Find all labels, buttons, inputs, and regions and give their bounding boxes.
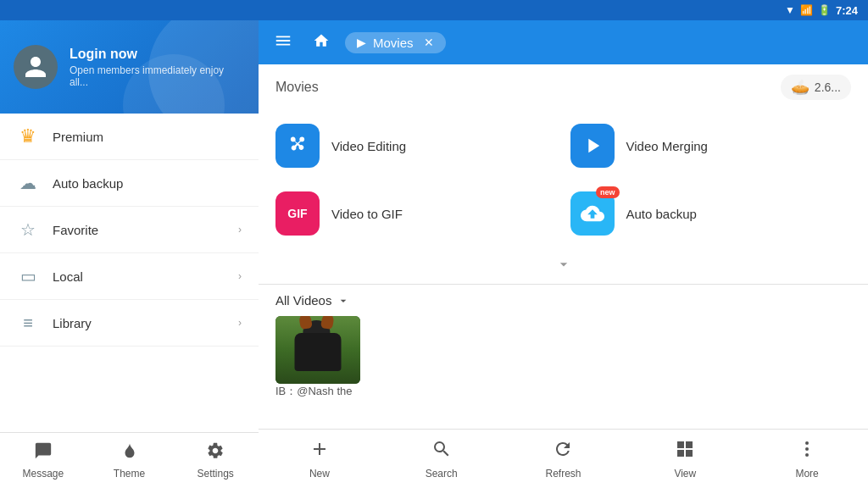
- video-caption: IB：@Nash the: [275, 384, 360, 399]
- message-icon: [34, 441, 53, 464]
- search-label: Search: [426, 468, 458, 480]
- chevron-right-icon: ›: [238, 270, 242, 282]
- feature-video-to-gif[interactable]: GIF Video to GIF: [275, 186, 557, 241]
- video-info: IB：@Nash the: [275, 384, 360, 399]
- video-to-gif-label: Video to GIF: [331, 207, 403, 221]
- cloud-upload-icon: [581, 202, 604, 225]
- search-button[interactable]: Search: [381, 430, 503, 488]
- pie-chart-icon: 🥧: [791, 78, 810, 97]
- auto-backup-label: Auto backup: [626, 207, 697, 221]
- sidebar-tab-message[interactable]: Message: [0, 433, 86, 488]
- home-button[interactable]: [306, 29, 337, 56]
- layers-icon: ≡: [17, 312, 39, 334]
- refresh-label: Refresh: [545, 468, 581, 480]
- sidebar-item-label: Local: [53, 269, 225, 284]
- battery-icon: 🔋: [818, 4, 831, 16]
- features-grid: Video Editing Video Merging GIF: [259, 110, 868, 249]
- sidebar-item-favorite[interactable]: ☆ Favorite ›: [0, 207, 259, 253]
- search-icon: [431, 439, 452, 464]
- video-item[interactable]: IB：@Nash the: [275, 316, 360, 399]
- new-badge: new: [596, 186, 620, 198]
- storage-text: 2.6...: [815, 80, 841, 94]
- feature-video-editing[interactable]: Video Editing: [275, 119, 557, 173]
- movies-title: Movies: [275, 80, 319, 95]
- new-icon: [309, 439, 330, 464]
- sidebar-nav: ♛ Premium ☁ Auto backup ☆ Favorite › ▭ L…: [0, 114, 259, 432]
- dropdown-chevron-icon: [337, 294, 350, 308]
- chevron-right-icon: ›: [238, 224, 242, 236]
- feature-auto-backup[interactable]: new Auto backup: [570, 186, 852, 241]
- svg-point-0: [805, 441, 809, 445]
- video-grid: IB：@Nash the: [259, 316, 868, 408]
- video-merging-label: Video Merging: [626, 139, 708, 153]
- tab-label: Movies: [373, 36, 414, 50]
- chevron-down-icon: [555, 256, 572, 273]
- play-icon: ▶: [357, 36, 366, 49]
- theme-tab-label: Theme: [114, 468, 145, 480]
- video-thumbnail: [275, 316, 360, 384]
- settings-tab-label: Settings: [198, 468, 234, 480]
- theme-icon: [120, 441, 139, 464]
- sidebar-item-label: Library: [53, 316, 225, 330]
- more-icon: [797, 439, 817, 464]
- sidebar-tab-theme[interactable]: Theme: [86, 433, 173, 488]
- sidebar-bottom-tabs: Message Theme Settings: [0, 432, 259, 488]
- sidebar-item-premium[interactable]: ♛ Premium: [0, 114, 259, 160]
- gif-text-icon: GIF: [287, 207, 307, 220]
- content-header: ▶ Movies ✕: [259, 20, 868, 64]
- sidebar-item-label: Auto backup: [53, 176, 242, 191]
- signal-icon: 📶: [800, 4, 813, 16]
- phone-icon: ▭: [17, 265, 39, 287]
- view-button[interactable]: View: [624, 430, 746, 488]
- all-videos-label: All Videos: [275, 293, 331, 308]
- video-editing-label: Video Editing: [331, 139, 406, 153]
- more-label: More: [795, 468, 818, 480]
- sidebar-item-autobackup[interactable]: ☁ Auto backup: [0, 160, 259, 207]
- sidebar-tab-settings[interactable]: Settings: [172, 433, 259, 488]
- wifi-icon: ▼: [785, 4, 795, 16]
- movies-header: Movies 🥧 2.6...: [259, 64, 868, 110]
- content-area: ▶ Movies ✕ Movies 🥧 2.6...: [259, 20, 868, 488]
- svg-point-2: [805, 453, 809, 457]
- svg-point-1: [805, 447, 809, 451]
- hamburger-button[interactable]: [269, 26, 298, 59]
- video-merging-icon-wrap: [570, 124, 615, 168]
- user-info: Login now Open members immediately enjoy…: [70, 47, 245, 88]
- content-body: Movies 🥧 2.6... Video Editing: [259, 64, 868, 429]
- collapse-button[interactable]: [259, 249, 868, 284]
- feature-video-merging[interactable]: Video Merging: [570, 119, 852, 173]
- gif-icon-wrap: GIF: [275, 191, 320, 236]
- auto-backup-icon-wrap: new: [570, 191, 615, 236]
- more-button[interactable]: More: [746, 430, 868, 488]
- cloud-icon: ☁: [17, 172, 39, 194]
- movies-tab[interactable]: ▶ Movies ✕: [345, 32, 446, 53]
- new-button[interactable]: New: [259, 430, 381, 488]
- close-button[interactable]: ✕: [424, 36, 434, 49]
- status-bar: ▼ 📶 🔋 7:24: [0, 0, 868, 20]
- message-tab-label: Message: [22, 468, 64, 480]
- login-label: Login now: [70, 47, 245, 62]
- refresh-button[interactable]: Refresh: [503, 430, 625, 488]
- dog-body: [295, 333, 342, 371]
- settings-icon: [206, 441, 225, 464]
- main-layout: Login now Open members immediately enjoy…: [0, 20, 868, 488]
- sidebar-item-library[interactable]: ≡ Library ›: [0, 300, 259, 347]
- bottom-toolbar: New Search Refresh: [259, 429, 868, 488]
- sidebar-header[interactable]: Login now Open members immediately enjoy…: [0, 20, 259, 114]
- refresh-icon: [553, 439, 573, 464]
- view-icon: [675, 439, 695, 464]
- view-label: View: [674, 468, 696, 480]
- video-editing-icon-wrap: [275, 124, 320, 168]
- crown-icon: ♛: [17, 125, 39, 147]
- storage-badge: 🥧 2.6...: [781, 75, 851, 100]
- all-videos-header[interactable]: All Videos: [259, 285, 868, 316]
- sidebar-item-label: Favorite: [53, 223, 225, 237]
- dog-ear-right: [320, 316, 335, 330]
- sidebar-item-local[interactable]: ▭ Local ›: [0, 253, 259, 300]
- user-icon: [23, 54, 48, 80]
- sidebar: Login now Open members immediately enjoy…: [0, 20, 259, 488]
- new-label: New: [309, 468, 330, 480]
- sidebar-item-label: Premium: [53, 130, 242, 144]
- login-sub: Open members immediately enjoy all...: [70, 64, 245, 88]
- scissors-icon: [286, 134, 309, 158]
